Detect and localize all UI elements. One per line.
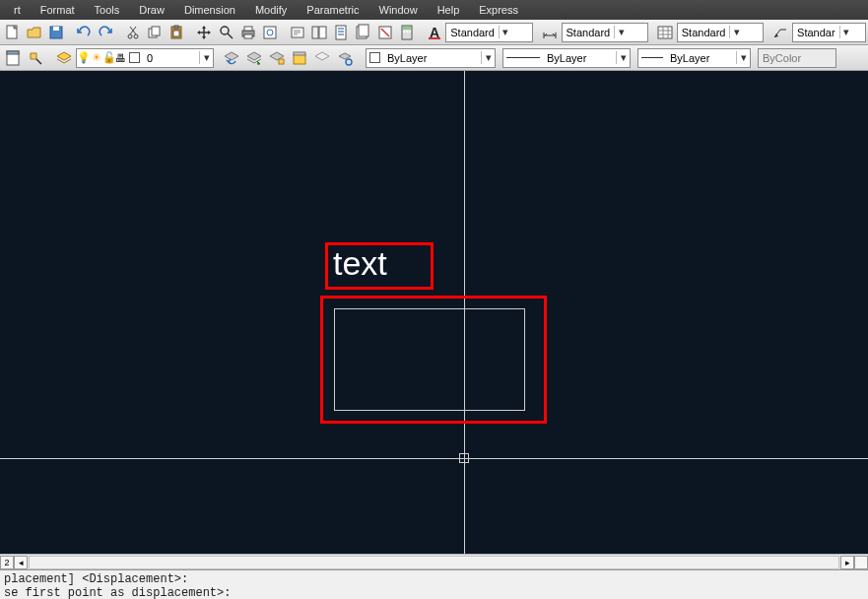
horizontal-scroll-area: 2 ◂ ▸: [0, 554, 868, 569]
layer-isolate-icon[interactable]: [266, 47, 288, 69]
cursor-pickbox: [459, 453, 469, 463]
svg-point-10: [221, 27, 229, 34]
menu-item-insert[interactable]: rt: [4, 2, 31, 18]
selection-highlight-text: [325, 242, 434, 290]
cut-icon[interactable]: [122, 22, 143, 43]
menu-item-dimension[interactable]: Dimension: [174, 2, 245, 18]
svg-rect-20: [338, 28, 344, 30]
svg-rect-2: [53, 27, 59, 31]
menu-item-tools[interactable]: Tools: [85, 2, 130, 18]
dropdown-arrow-icon: ▾: [199, 51, 213, 64]
dropdown-arrow-icon: ▾: [614, 26, 628, 38]
layer-dropdown[interactable]: 💡 ☀ 🔓 🖶 0 ▾: [76, 48, 214, 68]
layer-color-swatch: [129, 52, 140, 63]
table-style-icon[interactable]: [655, 22, 676, 43]
separator: [418, 22, 423, 43]
new-icon[interactable]: [2, 22, 23, 43]
layer-manager-icon[interactable]: [53, 47, 75, 69]
separator: [117, 22, 122, 43]
svg-rect-8: [174, 26, 178, 29]
svg-rect-18: [319, 27, 326, 38]
calculator-icon[interactable]: [396, 22, 417, 43]
menu-item-format[interactable]: Format: [31, 2, 85, 18]
scroll-track[interactable]: [29, 556, 839, 569]
undo-icon[interactable]: [73, 22, 94, 43]
match-properties-icon[interactable]: [25, 47, 46, 69]
color-swatch: [369, 52, 380, 63]
plotstyle-value: ByColor: [759, 52, 835, 64]
lock-icon: 🔓: [102, 51, 115, 64]
separator: [68, 22, 73, 43]
svg-point-3: [128, 34, 132, 38]
svg-rect-35: [279, 59, 284, 64]
svg-rect-29: [406, 31, 408, 33]
tab-stub[interactable]: 2: [0, 556, 14, 569]
print-icon[interactable]: [237, 22, 258, 43]
ml-style-dropdown[interactable]: Standar ▾: [792, 23, 866, 42]
menu-item-draw[interactable]: Draw: [129, 2, 174, 18]
save-icon[interactable]: [45, 22, 66, 43]
linetype-value: ByLayer: [543, 52, 616, 64]
plot-preview-icon[interactable]: [259, 22, 280, 43]
layer-states-icon[interactable]: [289, 47, 310, 69]
command-window[interactable]: placement] <Displacement>: se first poin…: [0, 569, 868, 599]
multileader-style-icon[interactable]: [770, 22, 791, 43]
find-icon[interactable]: [287, 22, 307, 43]
separator: [188, 22, 193, 43]
scroll-right-icon[interactable]: ▸: [840, 556, 854, 569]
command-history-line: se first point as displacement>:: [4, 586, 864, 599]
selection-highlight-rect: [320, 296, 547, 424]
scroll-left-icon[interactable]: ◂: [14, 556, 28, 569]
copy-icon[interactable]: [145, 22, 166, 43]
plotstyle-dropdown[interactable]: ByColor: [758, 48, 836, 68]
dropdown-arrow-icon: ▾: [616, 51, 630, 64]
text-style-value: Standard: [446, 27, 499, 38]
svg-rect-22: [338, 33, 344, 35]
model-space-canvas[interactable]: text: [0, 71, 868, 554]
toolbar-row-1: A Standard ▾ Standard ▾ Standard ▾ Stand…: [0, 20, 868, 45]
menu-item-express[interactable]: Express: [469, 2, 528, 18]
paste-icon[interactable]: [167, 22, 187, 43]
dim-style-value: Standard: [563, 27, 615, 38]
crosshair-horizontal: [0, 458, 868, 459]
color-value: ByLayer: [383, 52, 481, 64]
linetype-dropdown[interactable]: ByLayer ▾: [502, 48, 631, 68]
sun-icon: ☀: [90, 51, 102, 64]
dim-style-dropdown[interactable]: Standard ▾: [562, 23, 648, 42]
svg-rect-17: [312, 27, 318, 38]
svg-rect-28: [403, 31, 405, 33]
text-style-dropdown[interactable]: Standard ▾: [445, 23, 532, 42]
menu-item-parametric[interactable]: Parametric: [297, 2, 368, 18]
menu-item-window[interactable]: Window: [369, 2, 428, 18]
sheet-set-icon[interactable]: [353, 22, 373, 43]
make-current-icon[interactable]: [243, 47, 265, 69]
layer-previous-icon[interactable]: [221, 47, 242, 69]
layer-walk-icon[interactable]: [334, 47, 356, 69]
open-icon[interactable]: [24, 22, 44, 43]
svg-rect-37: [294, 52, 305, 55]
pan-icon[interactable]: [194, 22, 215, 43]
table-style-dropdown[interactable]: Standard ▾: [677, 23, 764, 42]
toolbar-row-2: 💡 ☀ 🔓 🖶 0 ▾ ByLayer ▾ ByLayer ▾ ByLayer …: [0, 45, 868, 71]
svg-rect-13: [244, 34, 252, 38]
lineweight-dropdown[interactable]: ByLayer ▾: [637, 48, 751, 68]
zoom-icon[interactable]: [216, 22, 236, 43]
svg-rect-30: [409, 31, 411, 33]
layer-off-icon[interactable]: [311, 47, 333, 69]
design-center-icon[interactable]: [308, 22, 329, 43]
tool-palette-icon[interactable]: [331, 22, 352, 43]
markup-icon[interactable]: [374, 22, 395, 43]
properties-icon[interactable]: [2, 47, 24, 69]
linetype-preview: [506, 57, 540, 58]
menu-item-modify[interactable]: Modify: [245, 2, 297, 18]
dropdown-arrow-icon: ▾: [736, 51, 750, 64]
svg-point-38: [346, 59, 352, 65]
menu-item-help[interactable]: Help: [428, 2, 470, 18]
color-dropdown[interactable]: ByLayer ▾: [366, 48, 496, 68]
text-style-icon[interactable]: A: [424, 22, 444, 43]
dimension-style-icon[interactable]: [539, 22, 560, 43]
svg-point-4: [134, 34, 138, 38]
separator: [281, 22, 286, 43]
lineweight-value: ByLayer: [666, 52, 736, 64]
redo-icon[interactable]: [95, 22, 115, 43]
